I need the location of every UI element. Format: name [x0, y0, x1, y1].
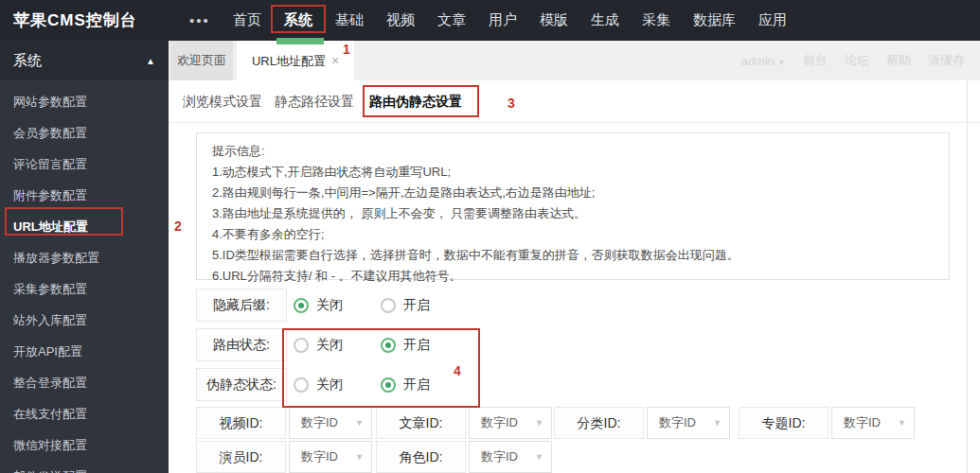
radio-icon[interactable]: [294, 377, 309, 393]
select-value: 数字ID: [301, 442, 338, 472]
select-value: 数字ID: [844, 408, 881, 438]
radio-route-status-on[interactable]: 开启: [381, 328, 430, 361]
nav-item-generate[interactable]: 生成: [591, 11, 619, 29]
hint-line: 5.ID类型根据需要自行选择，选择拼音时，数据中不能有重复的拼音，否则获取数据会…: [212, 245, 934, 266]
radio-hide-suffix-off[interactable]: 关闭: [294, 289, 343, 322]
sidebar-item-wechat-config[interactable]: 微信对接配置: [0, 429, 169, 461]
subtab-static-path[interactable]: 静态路径设置: [275, 80, 354, 123]
select-value: 数字ID: [481, 408, 518, 438]
sidebar-menu: 网站参数配置 会员参数配置 评论留言配置 附件参数配置 URL地址配置 播放器参…: [0, 80, 169, 473]
main-content: 欢迎页面 URL地址配置× admin▼ 前台 论坛 帮助 清缓存 浏览模式设置…: [169, 41, 980, 473]
annotation-number-4: 4: [454, 363, 461, 378]
hint-box: 提示信息: 1.动态模式下,开启路由状态将自动重写URL; 2.路由规则每行一条…: [196, 132, 950, 280]
video-id-select[interactable]: 数字ID ▼: [289, 407, 372, 439]
sidebar-item-collect-config[interactable]: 采集参数配置: [0, 273, 169, 305]
field-label-video-id: 视频ID:: [196, 407, 286, 439]
sidebar-item-comment-config[interactable]: 评论留言配置: [0, 149, 169, 180]
radio-icon[interactable]: [381, 298, 396, 313]
form-row-route-status: 路由状态: 关闭 开启: [169, 328, 980, 361]
field-video-id: 视频ID: 数字ID ▼: [196, 407, 372, 439]
collapse-arrow-icon: ▲: [146, 56, 155, 66]
nav-item-collect[interactable]: 采集: [642, 11, 670, 29]
annotation-number-3: 3: [508, 96, 515, 111]
radio-icon[interactable]: [381, 377, 396, 393]
nav-item-article[interactable]: 文章: [437, 11, 466, 29]
nav-item-basic[interactable]: 基础: [335, 11, 364, 29]
close-icon[interactable]: ×: [331, 53, 339, 68]
hint-line: 3.路由地址是系统提供的， 原则上不会变， 只需要调整路由表达式。: [212, 203, 934, 224]
sidebar-item-attachment-config[interactable]: 附件参数配置: [0, 180, 169, 211]
sidebar-item-open-api-config[interactable]: 开放API配置: [0, 336, 169, 367]
userbar-link-forum[interactable]: 论坛: [845, 52, 869, 69]
sidebar-item-member-params[interactable]: 会员参数配置: [0, 117, 169, 149]
field-label-route-status: 路由状态:: [196, 328, 287, 361]
nav-item-template[interactable]: 模版: [540, 11, 568, 29]
more-menu-icon[interactable]: •••: [189, 12, 233, 28]
category-id-select[interactable]: 数字ID ▼: [647, 407, 730, 439]
scrollbar-track[interactable]: [967, 80, 968, 473]
sidebar-item-url-config[interactable]: URL地址配置: [0, 211, 169, 242]
radio-rewrite-status-off[interactable]: 关闭: [294, 368, 343, 401]
radio-icon[interactable]: [381, 338, 396, 353]
radio-icon[interactable]: [294, 338, 309, 353]
sidebar-item-online-pay-config[interactable]: 在线支付配置: [0, 398, 169, 429]
sidebar-item-mail-config[interactable]: 邮件发送配置: [0, 461, 169, 473]
sidebar: 系统 ▲ 网站参数配置 会员参数配置 评论留言配置 附件参数配置 URL地址配置…: [0, 41, 169, 473]
app-window: 苹果CMS控制台 ••• 首页 系统 基础 视频 文章 用户 模版 生成 采集 …: [0, 0, 980, 473]
subtab-browse-mode[interactable]: 浏览模式设置: [183, 80, 262, 123]
nav-item-video[interactable]: 视频: [386, 11, 415, 29]
radio-label: 关闭: [316, 297, 343, 314]
sidebar-group-system[interactable]: 系统 ▲: [0, 41, 169, 80]
field-topic-id: 专题ID: 数字ID ▼: [739, 407, 915, 439]
tab-welcome-page[interactable]: 欢迎页面: [170, 41, 233, 80]
field-label-category-id: 分类ID:: [554, 407, 644, 439]
userbar-link-clear-cache[interactable]: 清缓存: [928, 52, 965, 69]
radio-label: 关闭: [316, 337, 343, 354]
tab-url-config-label: URL地址配置: [252, 54, 326, 68]
field-label-rewrite-status: 伪静态状态:: [196, 368, 287, 401]
radio-icon[interactable]: [294, 298, 309, 313]
actor-id-select[interactable]: 数字ID ▼: [289, 441, 372, 473]
userbar-link-help[interactable]: 帮助: [886, 52, 911, 69]
sidebar-item-player-config[interactable]: 播放器参数配置: [0, 242, 169, 273]
app-title: 苹果CMS控制台: [13, 9, 189, 31]
nav-item-user[interactable]: 用户: [489, 11, 517, 29]
field-label-hide-suffix: 隐藏后缀:: [196, 289, 287, 322]
tab-bar: 欢迎页面 URL地址配置× admin▼ 前台 论坛 帮助 清缓存: [169, 41, 980, 80]
field-role-id: 角色ID: 数字ID ▼: [376, 441, 552, 473]
select-value: 数字ID: [659, 408, 696, 438]
caret-down-icon: ▼: [898, 408, 906, 438]
topic-id-select[interactable]: 数字ID ▼: [831, 407, 915, 439]
radio-hide-suffix-on[interactable]: 开启: [381, 289, 430, 322]
radio-label: 开启: [403, 377, 430, 394]
hint-title: 提示信息:: [212, 141, 934, 162]
hint-line: 1.动态模式下,开启路由状态将自动重写URL;: [212, 162, 934, 183]
select-value: 数字ID: [481, 442, 518, 472]
radio-label: 关闭: [316, 377, 343, 394]
caret-down-icon: ▼: [713, 408, 722, 438]
form-row-hide-suffix: 隐藏后缀: 关闭 开启: [169, 289, 980, 322]
field-label-topic-id: 专题ID:: [739, 407, 829, 439]
user-menu[interactable]: admin▼: [741, 54, 786, 68]
annotation-number-2: 2: [174, 219, 182, 234]
select-value: 数字ID: [301, 408, 338, 438]
subtab-route-rewrite[interactable]: 路由伪静态设置: [369, 80, 462, 123]
radio-label: 开启: [403, 337, 430, 354]
tab-url-config[interactable]: URL地址配置×: [237, 41, 354, 80]
role-id-select[interactable]: 数字ID ▼: [469, 441, 552, 473]
nav-item-apps[interactable]: 应用: [758, 11, 787, 29]
nav-item-database[interactable]: 数据库: [693, 11, 736, 29]
sidebar-item-integrated-login-config[interactable]: 整合登录配置: [0, 367, 169, 398]
nav-item-home[interactable]: 首页: [233, 11, 261, 29]
sidebar-item-external-store-config[interactable]: 站外入库配置: [0, 305, 169, 336]
article-id-select[interactable]: 数字ID ▼: [469, 407, 552, 439]
nav-item-system[interactable]: 系统: [284, 11, 312, 29]
form-row-rewrite-status: 伪静态状态: 关闭 开启: [169, 368, 980, 401]
hint-line: 2.路由规则每行一条,中间用=>隔开,左边是路由表达式,右边是路由地址;: [212, 183, 934, 203]
sidebar-item-site-params[interactable]: 网站参数配置: [0, 86, 169, 117]
userbar-link-frontend[interactable]: 前台: [803, 52, 828, 69]
radio-route-status-off[interactable]: 关闭: [294, 328, 343, 361]
radio-rewrite-status-on[interactable]: 开启: [381, 368, 430, 401]
hint-line: 6.URL分隔符支持/ 和 - 。不建议用其他符号。: [212, 266, 934, 287]
active-nav-indicator: [276, 38, 324, 44]
